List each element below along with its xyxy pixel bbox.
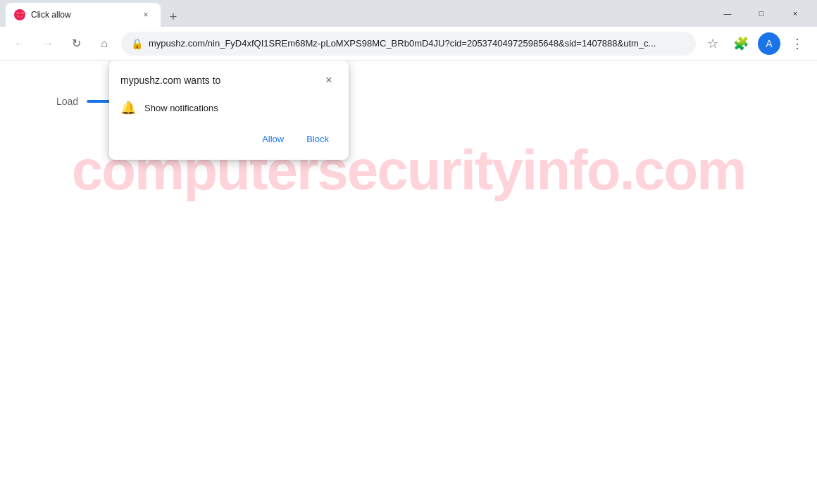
page-content: Load computersecurityinfo.com mypushz.co… [0,61,817,504]
menu-icon: ⋮ [791,36,804,51]
popup-actions: Allow Block [109,121,349,160]
nav-bar: ← → ↻ ⌂ 🔒 mypushz.com/nin_FyD4xfQI1SREm6… [0,27,817,61]
tab-title: Click allow [31,10,134,20]
active-tab[interactable]: 🎀 Click allow × [6,3,161,27]
popup-close-button[interactable]: × [320,72,337,89]
title-bar: 🎀 Click allow × + — □ × [0,0,817,27]
block-button[interactable]: Block [298,130,337,149]
extensions-button[interactable]: 🧩 [730,32,752,55]
maximize-button[interactable]: □ [745,2,778,25]
notification-popup: mypushz.com wants to × 🔔 Show notificati… [109,61,349,160]
new-tab-button[interactable]: + [163,7,183,27]
tab-close-button[interactable]: × [139,8,152,21]
popup-title: mypushz.com wants to [120,75,220,86]
home-icon: ⌂ [101,37,108,50]
puzzle-icon: 🧩 [733,36,749,51]
forward-button[interactable]: → [37,32,59,55]
forward-icon: → [42,37,54,50]
minimize-button[interactable]: — [711,2,744,25]
menu-button[interactable]: ⋮ [786,32,809,55]
profile-button[interactable]: A [758,32,780,55]
url-text: mypushz.com/nin_FyD4xfQI1SREm68Mz-pLoMXP… [149,38,686,49]
popup-permission-row: 🔔 Show notifications [109,94,349,121]
star-icon: ☆ [707,36,718,51]
permission-label: Show notifications [144,103,218,113]
reload-button[interactable]: ↻ [65,32,87,55]
bell-icon: 🔔 [120,100,136,115]
loading-text: Load [56,96,78,107]
window-controls: — □ × [711,2,811,25]
back-button[interactable]: ← [8,32,31,55]
tab-favicon: 🎀 [14,9,25,20]
reload-icon: ↻ [72,37,81,50]
close-window-button[interactable]: × [779,2,811,25]
bookmark-button[interactable]: ☆ [701,32,724,55]
popup-header: mypushz.com wants to × [109,61,349,94]
profile-avatar: A [766,38,772,49]
tab-area: 🎀 Click allow × + [6,0,711,27]
lock-icon: 🔒 [131,38,143,49]
address-bar[interactable]: 🔒 mypushz.com/nin_FyD4xfQI1SREm68Mz-pLoM… [121,32,696,56]
back-icon: ← [14,37,25,50]
home-button[interactable]: ⌂ [93,32,116,55]
allow-button[interactable]: Allow [254,130,292,149]
